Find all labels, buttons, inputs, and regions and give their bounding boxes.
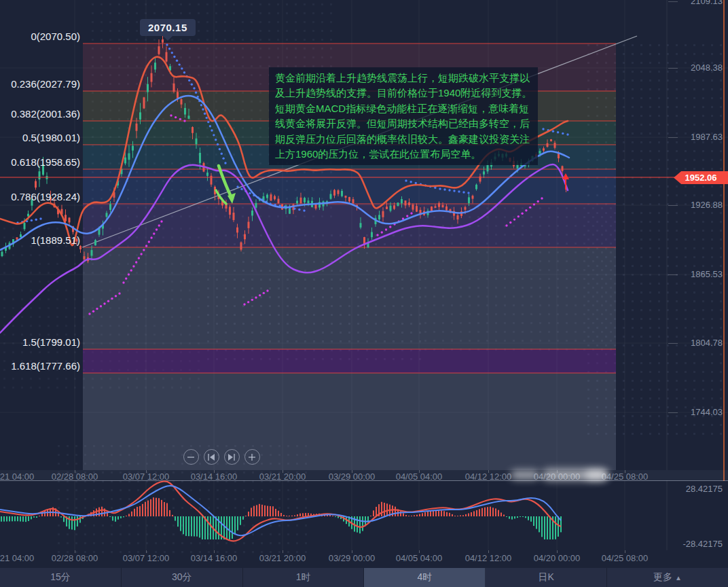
- timeframe-tab-6[interactable]: 更多▲: [607, 568, 728, 587]
- macd-hist-bar: [199, 516, 200, 537]
- sar-dot: [529, 207, 531, 209]
- sar-dot: [415, 182, 417, 184]
- sar-dot: [168, 48, 170, 50]
- timeframe-tab-5[interactable]: 日K: [486, 568, 607, 587]
- x-axis-tick: [352, 470, 352, 473]
- sar-dot: [533, 203, 535, 205]
- skip-end-icon: [226, 452, 237, 463]
- x-axis-label: 21 04:00: [0, 553, 51, 563]
- macd-hist-bar: [234, 516, 236, 533]
- candle-body: [188, 115, 190, 118]
- macd-hist-bar: [28, 516, 29, 521]
- macd-canvas[interactable]: [0, 480, 728, 550]
- tooltip-value: 2070.15: [148, 22, 187, 33]
- candle-body: [300, 198, 302, 203]
- timeframe-tab-3[interactable]: 1时: [243, 568, 365, 587]
- candle-body: [196, 139, 198, 145]
- macd-hist-bar: [481, 508, 483, 516]
- macd-hist-bar: [490, 507, 491, 516]
- macd-hist-bar: [145, 502, 146, 516]
- timeframe-tab-1[interactable]: 15分: [0, 568, 122, 587]
- sar-dot: [143, 249, 145, 251]
- x-axis-tick: [557, 550, 558, 553]
- macd-hist-bar: [536, 516, 537, 529]
- y-axis-tick: [668, 1, 678, 2]
- sar-dot: [566, 133, 568, 135]
- macd-hist-bar: [362, 516, 363, 531]
- macd-hist-bar: [20, 516, 21, 522]
- macd-hist-bar: [128, 514, 130, 516]
- candle-body: [128, 154, 130, 160]
- sar-dot: [191, 83, 193, 85]
- sar-dot: [111, 298, 113, 300]
- x-axis-tick: [146, 470, 147, 473]
- sar-dot: [125, 277, 127, 279]
- zoom-out-button[interactable]: [183, 449, 199, 465]
- timeframe-tab-2[interactable]: 30分: [122, 568, 243, 587]
- macd-hist-bar: [430, 511, 431, 516]
- candle-body: [248, 221, 250, 228]
- sar-dot: [240, 188, 242, 190]
- macd-hist-bar: [286, 516, 287, 516]
- candle-body: [442, 205, 444, 207]
- macd-hist-bar: [465, 514, 467, 516]
- macd-hist-bar: [457, 516, 458, 516]
- macd-hist-bar: [261, 505, 263, 516]
- sar-dot: [211, 129, 213, 131]
- candle-body: [206, 173, 208, 176]
- candle-body: [274, 196, 276, 200]
- macd-hist-bar: [223, 516, 225, 539]
- macd-hist-bar: [283, 515, 285, 516]
- x-axis-tick: [625, 470, 625, 473]
- timeframe-tab-label: 日K: [539, 571, 554, 584]
- macd-hist-bar: [503, 514, 505, 516]
- sar-dot: [31, 219, 33, 221]
- candle-body: [498, 154, 500, 156]
- macd-hist-bar: [185, 516, 187, 536]
- macd-hist-bar: [36, 516, 37, 518]
- sar-dot: [541, 197, 543, 199]
- sar-dot: [140, 253, 142, 255]
- candle-body: [69, 217, 71, 222]
- sar-dot: [158, 224, 160, 226]
- sar-dot: [247, 301, 249, 303]
- candle-body: [20, 234, 22, 237]
- fib-band: [83, 121, 616, 145]
- macd-hist-bar: [506, 516, 507, 517]
- main-chart-canvas[interactable]: [0, 0, 728, 470]
- x-axis-label: 03/07 12:00: [112, 553, 180, 563]
- macd-hist-bar: [468, 513, 469, 516]
- candle-body: [27, 214, 29, 217]
- macd-hist-bar: [359, 516, 361, 533]
- timeframe-tab-4[interactable]: 4时: [364, 568, 486, 587]
- candle-body: [520, 163, 522, 166]
- skip-end-button[interactable]: [224, 449, 240, 465]
- sar-dot: [293, 207, 295, 209]
- sar-dot: [88, 313, 90, 315]
- sar-dot: [118, 292, 120, 294]
- macd-hist-bar: [123, 516, 124, 517]
- candle-body: [229, 207, 231, 215]
- fib-band: [83, 91, 616, 121]
- x-axis-label: 04/25 08:00: [591, 553, 659, 563]
- candle-body: [251, 211, 253, 215]
- sar-dot: [217, 143, 219, 145]
- sar-dot: [156, 228, 158, 230]
- sar-dot: [259, 294, 261, 296]
- macd-hist-bar: [357, 516, 358, 533]
- y-axis-tick: [668, 343, 678, 344]
- skip-start-button[interactable]: [204, 449, 219, 465]
- candle-body: [490, 162, 492, 166]
- macd-hist-bar: [555, 516, 556, 539]
- zoom-in-button[interactable]: [244, 449, 260, 465]
- x-axis-label: 02/28 08:00: [41, 553, 109, 563]
- macd-hist-bar: [12, 516, 13, 521]
- macd-hist-bar: [558, 516, 559, 537]
- trading-app-window: 0(2070.50)0.236(2027.79)0.382(2001.36)0.…: [0, 0, 728, 587]
- x-axis-tick: [283, 550, 283, 553]
- macd-hist-bar: [291, 516, 293, 516]
- macd-hist-bar: [245, 516, 247, 516]
- macd-hist-bar: [500, 512, 502, 516]
- x-axis-tick: [214, 550, 215, 553]
- macd-hist-bar: [196, 516, 198, 537]
